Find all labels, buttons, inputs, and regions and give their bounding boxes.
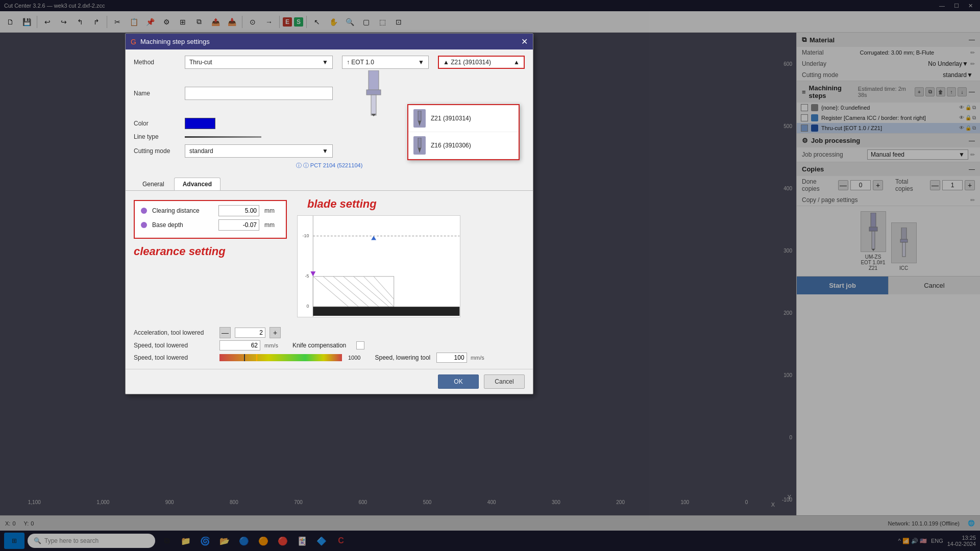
svg-rect-9: [418, 138, 421, 148]
modal-title: Machining step settings: [140, 38, 210, 45]
svg-line-21: [333, 277, 369, 307]
svg-line-24: [363, 277, 394, 307]
svg-marker-10: [418, 148, 421, 153]
svg-text:-10: -10: [303, 233, 309, 238]
tab-general[interactable]: General: [134, 178, 173, 190]
speed-lowered-input[interactable]: [219, 340, 260, 350]
speed-bar: [219, 354, 342, 361]
speed-bar-bg: [219, 354, 342, 361]
svg-line-25: [374, 277, 394, 299]
tool-dropdown-popup: Z21 (3910314) Z16 (3910306): [407, 104, 520, 160]
svg-marker-17: [310, 271, 315, 277]
accel-row: Acceleration, tool lowered — +: [134, 327, 525, 338]
modal-bottom: OK Cancel: [126, 369, 533, 394]
clearance-annotation: clearance setting: [134, 245, 287, 258]
tool-item-z21[interactable]: Z21 (3910314): [408, 105, 519, 132]
tool-preview: [353, 73, 394, 114]
modal-overlay: G Machining step settings ✕ Method Thru-…: [0, 0, 980, 551]
tab-advanced[interactable]: Advanced: [174, 178, 220, 190]
blade-dropdown-arrow: ▲: [513, 59, 520, 66]
accel-plus[interactable]: +: [270, 327, 281, 338]
speed-lowered-row: Speed, tool lowered mm/s Knife compensat…: [134, 340, 525, 350]
pct-row[interactable]: ⓘ ⓘ PCT 2104 (5221104): [134, 162, 525, 169]
clearing-distance-input[interactable]: [218, 205, 259, 216]
speed-bar-row: Speed, tool lowered 1000 Speed, lowering…: [134, 353, 525, 363]
clearing-distance-row: Clearing distance mm: [141, 205, 280, 216]
blade-dropdown[interactable]: ▲ Z21 (3910314) ▲: [438, 56, 525, 69]
accel-input[interactable]: [235, 328, 265, 338]
clearing-dot: [141, 208, 147, 214]
blade-dropdown-container: ▲ Z21 (3910314) ▲ Z21 (391: [438, 56, 525, 69]
cutting-diagram: -10 -5 0: [297, 215, 460, 317]
modal-titlebar: G Machining step settings ✕: [126, 34, 533, 49]
name-input[interactable]: [185, 87, 333, 100]
modal-close-button[interactable]: ✕: [521, 37, 528, 46]
ok-button[interactable]: OK: [438, 374, 479, 389]
svg-rect-12: [366, 90, 381, 95]
cutting-mode-dropdown[interactable]: standard ▼: [185, 144, 333, 158]
svg-line-22: [344, 277, 379, 307]
modal-tabs: General Advanced: [126, 178, 533, 191]
svg-text:-5: -5: [305, 273, 309, 279]
advanced-tab-content: Clearing distance mm Base depth mm clear…: [126, 196, 533, 323]
modal-app-icon: G: [131, 38, 136, 46]
svg-rect-7: [418, 111, 421, 121]
modal-body: Method Thru-cut ▼ ↑ EOT 1.0 ▼ ▲ Z21 (391…: [126, 49, 533, 178]
blade-annotation: blade setting: [307, 197, 377, 211]
tool-icon-z21: [413, 109, 426, 128]
cutting-mode-arrow: ▼: [322, 147, 328, 155]
clearance-box: Clearing distance mm Base depth mm: [134, 200, 287, 239]
base-depth-input[interactable]: [218, 219, 259, 231]
base-depth-dot: [141, 222, 147, 228]
tool-dropdown-arrow: ▼: [418, 59, 424, 66]
knife-row: Knife compensation: [292, 341, 364, 349]
modal-dialog: G Machining step settings ✕ Method Thru-…: [125, 33, 533, 394]
method-row: Method Thru-cut ▼ ↑ EOT 1.0 ▼ ▲ Z21 (391…: [134, 56, 525, 69]
speed-lowering-row: Speed, lowering tool mm/s: [375, 353, 484, 363]
color-swatch[interactable]: [185, 118, 215, 129]
svg-line-20: [323, 277, 358, 307]
linetype-bar[interactable]: [185, 136, 261, 138]
diagram-area: blade setting: [297, 200, 525, 319]
tool-item-z16[interactable]: Z16 (3910306): [408, 132, 519, 159]
clearance-area: Clearing distance mm Base depth mm clear…: [134, 200, 287, 319]
svg-marker-8: [418, 121, 421, 126]
speed-accel-section: Acceleration, tool lowered — + Speed, to…: [126, 323, 533, 369]
knife-checkbox[interactable]: [356, 341, 364, 349]
svg-line-23: [354, 277, 389, 307]
tool-icon-z16: [413, 136, 426, 155]
speed-bar-marker1: [244, 354, 245, 361]
info-icon: ⓘ: [296, 162, 302, 168]
svg-text:0: 0: [306, 304, 309, 309]
speed-lowering-input[interactable]: [436, 353, 467, 363]
base-depth-row: Base depth mm: [141, 219, 280, 231]
svg-rect-11: [369, 70, 379, 91]
svg-rect-27: [313, 307, 459, 316]
method-dropdown[interactable]: Thru-cut ▼: [185, 56, 333, 69]
tool-dropdown[interactable]: ↑ EOT 1.0 ▼: [342, 56, 429, 69]
svg-marker-26: [371, 236, 376, 240]
method-dropdown-arrow: ▼: [322, 59, 328, 66]
svg-rect-13: [371, 95, 376, 115]
accel-minus[interactable]: —: [219, 327, 231, 338]
speed-bar-marker2: [256, 354, 257, 361]
svg-line-19: [313, 277, 348, 307]
cancel-button[interactable]: Cancel: [484, 374, 525, 389]
